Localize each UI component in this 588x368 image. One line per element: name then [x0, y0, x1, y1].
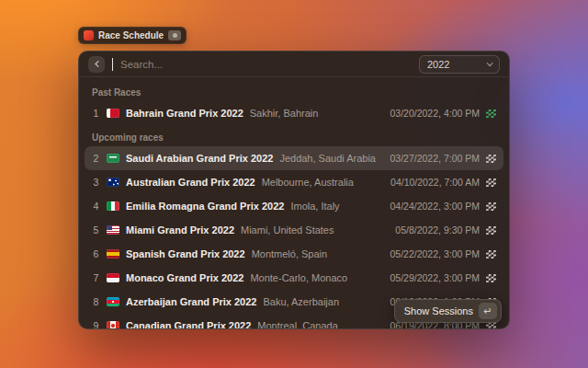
topbar: 2022: [79, 52, 509, 77]
race-title: Miami Grand Prix 2022: [126, 224, 234, 236]
race-title: Spanish Grand Prix 2022: [126, 248, 245, 259]
camera-icon: [168, 30, 181, 40]
race-rank: 8: [92, 296, 100, 307]
race-datetime: 05/22/2022, 3:00 PM: [390, 248, 481, 259]
back-button[interactable]: [88, 56, 105, 73]
race-location: Baku, Azerbaijan: [263, 296, 339, 307]
race-datetime: 03/20/2022, 4:00 PM: [390, 108, 481, 119]
race-list: Past Races 1 Bahrain Grand Prix 2022 Sak…: [79, 77, 509, 328]
race-location: Imola, Italy: [290, 201, 339, 212]
monaco-flag-icon: [107, 273, 119, 282]
checkered-flag-icon: [486, 274, 496, 282]
race-rank: 6: [92, 248, 100, 259]
race-rank: 9: [92, 320, 100, 329]
italy-flag-icon: [107, 201, 119, 211]
checkered-flag-icon: [486, 109, 496, 118]
race-datetime: 03/27/2022, 7:00 PM: [390, 153, 481, 164]
usa-flag-icon: [107, 225, 119, 235]
season-dropdown-value: 2022: [427, 59, 449, 70]
extension-icon: [84, 30, 94, 40]
race-rank: 3: [92, 177, 100, 188]
race-row-miami[interactable]: 5 Miami Grand Prix 2022 Miami, United St…: [79, 218, 509, 242]
race-datetime: 05/8/2022, 9:30 PM: [395, 224, 480, 236]
race-location: Sakhir, Bahrain: [250, 108, 319, 119]
section-header-upcoming-races: Upcoming races: [79, 125, 509, 146]
section-header-past-races: Past Races: [79, 80, 509, 101]
search-input[interactable]: [120, 59, 412, 70]
race-datetime: 04/10/2022, 7:00 AM: [390, 177, 480, 188]
race-schedule-window: 2022 Past Races 1 Bahrain Grand Prix 202…: [78, 51, 510, 329]
race-row-saudi-arabia[interactable]: 2 Saudi Arabian Grand Prix 2022 Jeddah, …: [85, 146, 503, 170]
checkered-flag-icon: [486, 202, 496, 211]
race-location: Jeddah, Saudi Arabia: [279, 153, 376, 164]
race-rank: 2: [92, 153, 100, 164]
race-row-australia[interactable]: 3 Australian Grand Prix 2022 Melbourne, …: [79, 170, 509, 194]
window-badge: Race Schedule: [78, 27, 187, 44]
race-location: Melbourne, Australia: [262, 177, 354, 188]
checkered-flag-icon: [486, 155, 496, 163]
azerbaijan-flag-icon: [107, 297, 119, 306]
race-location: Monte-Carlo, Monaco: [250, 272, 347, 283]
spain-flag-icon: [107, 249, 119, 259]
race-row-bahrain[interactable]: 1 Bahrain Grand Prix 2022 Sakhir, Bahrai…: [79, 101, 509, 125]
race-row-monaco[interactable]: 7 Monaco Grand Prix 2022 Monte-Carlo, Mo…: [79, 266, 509, 290]
race-title: Saudi Arabian Grand Prix 2022: [126, 153, 273, 164]
enter-key-icon: ↵: [479, 303, 497, 319]
race-title: Bahrain Grand Prix 2022: [126, 108, 243, 119]
season-dropdown[interactable]: 2022: [419, 55, 500, 74]
show-sessions-button[interactable]: Show Sessions ↵: [394, 299, 502, 323]
checkered-flag-icon: [486, 226, 496, 235]
checkered-flag-icon: [486, 178, 496, 187]
canada-flag-icon: [107, 321, 119, 329]
race-title: Emilia Romagna Grand Prix 2022: [126, 201, 284, 212]
race-title: Azerbaijan Grand Prix 2022: [126, 296, 256, 307]
badge-title: Race Schedule: [98, 30, 164, 40]
bahrain-flag-icon: [107, 109, 119, 118]
australia-flag-icon: [107, 178, 119, 187]
race-title: Monaco Grand Prix 2022: [126, 272, 243, 283]
chevron-down-icon: [487, 60, 493, 66]
text-caret: [112, 58, 113, 71]
race-title: Australian Grand Prix 2022: [126, 177, 255, 188]
race-rank: 1: [92, 108, 100, 119]
race-location: Miami, United States: [241, 224, 334, 236]
race-datetime: 05/29/2022, 3:00 PM: [390, 272, 481, 283]
race-title: Canadian Grand Prix 2022: [126, 320, 251, 329]
race-datetime: 04/24/2022, 3:00 PM: [390, 201, 481, 212]
race-rank: 4: [92, 201, 100, 212]
race-location: Montreal, Canada: [257, 320, 337, 329]
race-row-emilia-romagna[interactable]: 4 Emilia Romagna Grand Prix 2022 Imola, …: [79, 194, 509, 218]
race-row-spain[interactable]: 6 Spanish Grand Prix 2022 Montmeló, Spai…: [79, 242, 509, 266]
race-rank: 5: [92, 224, 100, 236]
chevron-left-icon: [95, 61, 101, 67]
saudi-arabia-flag-icon: [107, 154, 119, 163]
checkered-flag-icon: [486, 250, 496, 259]
race-rank: 7: [92, 272, 100, 283]
race-location: Montmeló, Spain: [252, 248, 328, 259]
show-sessions-label: Show Sessions: [404, 305, 473, 316]
